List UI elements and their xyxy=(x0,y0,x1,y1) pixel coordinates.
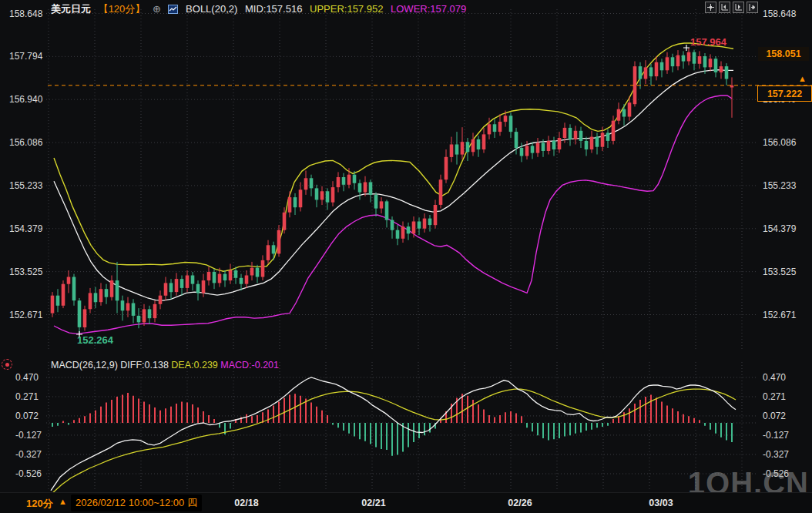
macd-diff-line xyxy=(51,377,736,491)
candle-body xyxy=(644,67,648,79)
candle-body xyxy=(56,296,60,306)
indicator-alert-icon[interactable] xyxy=(2,359,12,370)
candlestick-chart-canvas[interactable] xyxy=(0,0,812,513)
fit-left-axis-icon[interactable] xyxy=(719,2,730,13)
macd-tick-left: 0.072 xyxy=(15,411,39,421)
candle-body xyxy=(563,128,567,138)
candle-body xyxy=(525,146,529,156)
candle-body xyxy=(110,280,114,297)
candle-body xyxy=(245,276,249,284)
candle-body xyxy=(725,66,729,79)
candle-body xyxy=(407,226,411,233)
candle-body xyxy=(531,146,535,153)
price-tick-right: 158.648 xyxy=(763,8,796,19)
boll-upper-line xyxy=(54,43,733,271)
circle-plus-icon[interactable]: ⊕ xyxy=(153,3,161,15)
candle-body xyxy=(660,62,664,71)
candle-body xyxy=(455,145,459,155)
hovered-bar-datetime: 2026/02/12 10:00~12:00 四 xyxy=(71,495,202,511)
macd-label: MACD(26,12,9) xyxy=(51,360,118,370)
candle-body xyxy=(169,283,173,292)
price-tick-left: 155.233 xyxy=(9,180,42,191)
candle-body xyxy=(612,121,616,141)
candle-body xyxy=(347,175,351,185)
candle-body xyxy=(676,55,680,66)
macd-tick-left: -0.526 xyxy=(15,468,42,479)
price-tick-left: 154.379 xyxy=(9,223,42,234)
candle-body xyxy=(445,157,448,179)
candle-body xyxy=(234,270,238,278)
candle-body xyxy=(67,277,71,284)
candle-body xyxy=(261,260,265,277)
last-price-flag: 157.222 xyxy=(757,86,812,102)
candle-body xyxy=(622,109,626,117)
time-axis-bar: 120分 ▲ 2026/02/12 10:00~12:00 四 xyxy=(0,492,812,513)
boll-lower-value: LOWER:157.079 xyxy=(391,3,466,15)
candle-body xyxy=(164,283,168,295)
candle-body xyxy=(439,179,443,205)
timeframe-selector[interactable]: 120分 xyxy=(26,497,53,511)
candle-body xyxy=(585,141,589,149)
candle-body xyxy=(493,124,497,132)
candle-body xyxy=(649,67,653,76)
candle-body xyxy=(412,222,416,234)
candle-body xyxy=(558,138,562,149)
timeframe-dropdown-icon[interactable]: ▲ xyxy=(59,497,67,506)
candle-body xyxy=(590,137,594,149)
candle-body xyxy=(401,226,405,239)
fit-right-axis-icon[interactable] xyxy=(733,2,744,13)
candle-body xyxy=(471,139,475,152)
price-tick-right: 156.086 xyxy=(763,137,796,148)
candle-body xyxy=(153,304,157,318)
candle-body xyxy=(51,296,55,314)
candle-body xyxy=(482,134,486,149)
macd-tick-left: -0.127 xyxy=(15,430,42,441)
candle-body xyxy=(552,141,556,149)
candle-body xyxy=(337,177,341,187)
candle-body xyxy=(62,284,65,306)
price-tick-left: 153.525 xyxy=(9,267,42,277)
candle-body xyxy=(218,274,222,283)
candle-body xyxy=(267,245,270,260)
shift-right-icon[interactable] xyxy=(747,2,758,13)
candle-body xyxy=(310,178,314,188)
price-tick-right: 155.233 xyxy=(763,180,796,191)
candle-body xyxy=(320,191,324,200)
candle-body xyxy=(126,303,130,311)
chart-toolbar xyxy=(705,2,758,13)
macd-dea-line xyxy=(51,389,736,495)
macd-tick-right: 0.470 xyxy=(763,372,786,383)
candle-body xyxy=(213,272,216,283)
candle-body xyxy=(385,201,389,220)
candle-body xyxy=(364,183,367,193)
candle-body xyxy=(315,188,319,200)
candle-body xyxy=(159,296,163,304)
candle-body xyxy=(132,303,136,316)
session-low-label: 152.264 xyxy=(77,334,113,346)
candle-body xyxy=(148,309,152,318)
candle-body xyxy=(509,116,513,132)
candle-body xyxy=(450,145,454,157)
pan-crosshair-icon[interactable] xyxy=(705,2,716,13)
boll-lower-line xyxy=(54,96,732,334)
candle-body xyxy=(639,66,643,79)
macd-dea-value: DEA:0.239 xyxy=(171,360,217,370)
candle-body xyxy=(703,56,707,67)
period-label[interactable]: 【120分】 xyxy=(99,3,146,15)
kline-style-icon[interactable] xyxy=(168,5,178,16)
candle-body xyxy=(504,116,508,122)
candle-body xyxy=(240,278,243,284)
candle-body xyxy=(83,309,87,327)
candle-body xyxy=(671,57,675,66)
date-axis-label: 02/18 xyxy=(234,498,258,508)
candle-body xyxy=(326,191,330,202)
macd-tick-right: -0.327 xyxy=(763,449,789,460)
candle-body xyxy=(143,309,146,322)
candle-body xyxy=(283,213,287,230)
candle-body xyxy=(94,293,98,302)
price-tick-left: 156.086 xyxy=(9,137,42,148)
candle-body xyxy=(466,142,470,152)
macd-tick-right: -0.127 xyxy=(763,430,789,441)
date-axis-label: 03/03 xyxy=(649,498,673,508)
session-high-label: 157.964 xyxy=(690,36,726,48)
